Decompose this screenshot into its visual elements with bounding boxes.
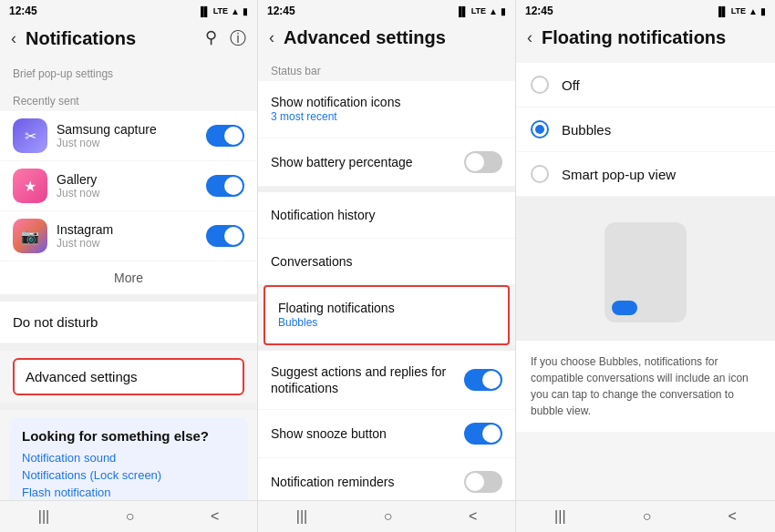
- status-icons-2: ▐▌ LTE ▲ ▮: [456, 6, 506, 16]
- panel3-content: Off Bubbles Smart pop-up view If you cho…: [516, 56, 775, 500]
- nav-menu-1[interactable]: |||: [38, 508, 49, 525]
- gallery-name: Gallery: [57, 172, 206, 187]
- lock-screen-link[interactable]: Notifications (Lock screen): [22, 468, 235, 482]
- nav-home-1[interactable]: ○: [126, 508, 135, 525]
- status-bar-section-label: Status bar: [258, 56, 515, 81]
- radio-bubbles-row[interactable]: Bubbles: [516, 107, 775, 151]
- nav-bar-3: ||| ○ <: [516, 500, 775, 532]
- radio-off-btn[interactable]: [531, 76, 549, 94]
- floating-notif-row[interactable]: Floating notifications Bubbles: [264, 285, 510, 345]
- suggest-toggle[interactable]: [464, 369, 502, 391]
- bubble-preview-section: [516, 204, 775, 341]
- snooze-toggle[interactable]: [464, 423, 502, 445]
- divider-mid-3: [516, 197, 775, 204]
- nav-home-3[interactable]: ○: [643, 508, 652, 525]
- instagram-icon: 📷: [13, 219, 47, 253]
- nav-back-2[interactable]: <: [469, 508, 477, 525]
- battery-toggle[interactable]: [464, 151, 502, 173]
- instagram-toggle[interactable]: [206, 225, 244, 247]
- lte-icon-2: LTE: [471, 6, 486, 15]
- time-3: 12:45: [525, 5, 553, 17]
- page-title-3: Floating notifications: [542, 27, 764, 48]
- floating-notif-label: Floating notifications Bubbles: [278, 300, 495, 331]
- notif-reminders-row[interactable]: Notification reminders: [258, 458, 515, 500]
- bubble-description: If you choose Bubbles, notifications for…: [516, 341, 775, 432]
- show-battery-row[interactable]: Show battery percentage: [258, 138, 515, 186]
- reminders-toggle[interactable]: [464, 471, 502, 493]
- panel-notifications: 12:45 ▐▌ LTE ▲ ▮ ‹ Notifications ⚲ ⓘ Bri…: [0, 0, 258, 532]
- wifi-icon: ▲: [231, 6, 240, 16]
- suggest-actions-row[interactable]: Suggest actions and replies for notifica…: [258, 351, 515, 409]
- nav-back-1[interactable]: <: [211, 508, 219, 525]
- back-icon-2[interactable]: ‹: [269, 28, 274, 47]
- bubble-indicator: [612, 301, 637, 315]
- gallery-time: Just now: [57, 187, 206, 200]
- nav-back-3[interactable]: <: [728, 508, 737, 525]
- nav-menu-2[interactable]: |||: [296, 508, 307, 525]
- radio-smart-row[interactable]: Smart pop-up view: [516, 152, 775, 196]
- wifi-icon-2: ▲: [489, 6, 498, 16]
- samsung-toggle[interactable]: [206, 125, 244, 147]
- panel-floating-notifications: 12:45 ▐▌ LTE ▲ ▮ ‹ Floating notification…: [516, 0, 775, 532]
- show-notif-icons-row[interactable]: Show notification icons 3 most recent: [258, 81, 515, 138]
- panel1-content: Brief pop-up settings Recently sent ✂ Sa…: [0, 56, 257, 500]
- more-button[interactable]: More: [0, 261, 257, 294]
- radio-bubbles-btn[interactable]: [531, 120, 549, 138]
- instagram-name: Instagram: [57, 222, 206, 237]
- app-row-gallery: ★ Gallery Just now: [0, 161, 257, 210]
- instagram-info: Instagram Just now: [57, 222, 206, 250]
- divider-3: [0, 403, 257, 410]
- conversations-label: Conversations: [271, 253, 502, 270]
- battery-icon-3: ▮: [760, 6, 766, 16]
- advanced-settings-box[interactable]: Advanced settings: [13, 358, 244, 395]
- app-row-instagram: 📷 Instagram Just now: [0, 211, 257, 261]
- samsung-time: Just now: [57, 137, 206, 149]
- nav-bar-2: ||| ○ <: [258, 500, 515, 532]
- battery-icon-2: ▮: [501, 6, 506, 16]
- top-bar-2: ‹ Advanced settings: [258, 20, 515, 56]
- panel-advanced-settings: 12:45 ▐▌ LTE ▲ ▮ ‹ Advanced settings Sta…: [258, 0, 516, 532]
- do-not-disturb-row[interactable]: Do not disturb: [0, 302, 257, 343]
- status-icons-1: ▐▌ LTE ▲ ▮: [198, 6, 248, 16]
- samsung-name: Samsung capture: [57, 122, 206, 137]
- battery-icon: ▮: [243, 6, 248, 16]
- nav-menu-3[interactable]: |||: [554, 508, 565, 525]
- radio-bubbles-label: Bubbles: [562, 122, 611, 138]
- wifi-icon-3: ▲: [749, 6, 758, 16]
- signal-icon: ▐▌: [198, 6, 211, 16]
- status-bar-1: 12:45 ▐▌ LTE ▲ ▮: [0, 0, 257, 20]
- radio-smart-btn[interactable]: [531, 165, 549, 183]
- flash-notification-link[interactable]: Flash notification: [22, 486, 235, 499]
- show-notif-icons-label: Show notification icons 3 most recent: [271, 94, 502, 125]
- notif-history-row[interactable]: Notification history: [258, 192, 515, 238]
- search-icon-1[interactable]: ⚲: [205, 27, 217, 49]
- samsung-info: Samsung capture Just now: [57, 122, 206, 149]
- notification-sound-link[interactable]: Notification sound: [22, 451, 235, 465]
- panel2-content: Status bar Show notification icons 3 mos…: [258, 56, 515, 500]
- signal-icon-2: ▐▌: [456, 6, 469, 16]
- top-bar-1: ‹ Notifications ⚲ ⓘ: [0, 20, 257, 56]
- time-1: 12:45: [9, 5, 37, 17]
- show-snooze-row[interactable]: Show snooze button: [258, 410, 515, 457]
- conversations-row[interactable]: Conversations: [258, 239, 515, 284]
- top-bar-3: ‹ Floating notifications: [516, 20, 775, 56]
- recently-sent-label: Recently sent: [0, 84, 257, 111]
- divider-2: [0, 343, 257, 351]
- gallery-icon: ★: [13, 169, 47, 203]
- gallery-toggle[interactable]: [206, 175, 244, 197]
- lte-icon: LTE: [213, 6, 228, 15]
- back-icon-3[interactable]: ‹: [527, 28, 532, 47]
- back-icon-1[interactable]: ‹: [11, 29, 16, 48]
- instagram-time: Just now: [57, 237, 206, 250]
- notif-reminders-label: Notification reminders: [271, 474, 464, 490]
- suggest-actions-label: Suggest actions and replies for notifica…: [271, 363, 464, 396]
- signal-icon-3: ▐▌: [716, 6, 728, 16]
- divider-1: [0, 294, 257, 302]
- nav-home-2[interactable]: ○: [384, 508, 393, 525]
- bubble-phone-mock: [604, 222, 687, 322]
- divider-top-3: [516, 56, 775, 63]
- info-icon-1[interactable]: ⓘ: [230, 27, 246, 49]
- radio-off-row[interactable]: Off: [516, 63, 775, 107]
- looking-title: Looking for something else?: [22, 428, 235, 444]
- brief-popup-label: Brief pop-up settings: [0, 56, 257, 84]
